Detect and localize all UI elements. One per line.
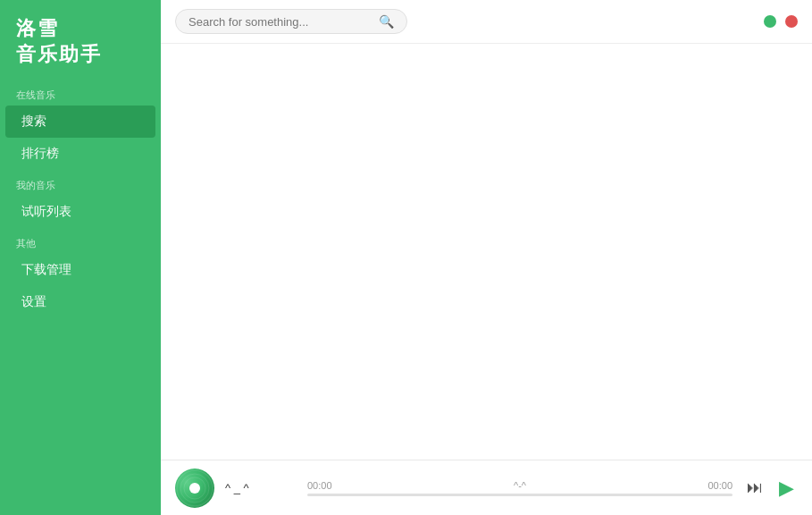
minimize-button[interactable] — [764, 15, 776, 28]
skip-next-button[interactable]: ⏭ — [743, 475, 766, 501]
vinyl-svg — [175, 469, 214, 508]
player-progress-wrapper: 00:00 ^-^ 00:00 — [307, 480, 732, 496]
content-area — [161, 44, 812, 460]
topbar: 🔍 — [161, 0, 812, 44]
svg-point-3 — [190, 484, 199, 493]
sidebar-item-download[interactable]: 下载管理 — [5, 254, 155, 286]
sidebar-item-chart[interactable]: 排行榜 — [5, 138, 155, 170]
sidebar-item-playlist[interactable]: 试听列表 — [5, 196, 155, 228]
progress-bar[interactable] — [307, 494, 732, 496]
sidebar-item-settings[interactable]: 设置 — [5, 286, 155, 318]
search-box[interactable]: 🔍 — [175, 9, 407, 34]
search-input[interactable] — [188, 15, 375, 29]
album-art — [175, 469, 214, 508]
section-label-mymusic: 我的音乐 — [0, 170, 161, 196]
section-label-online: 在线音乐 — [0, 80, 161, 106]
search-icon: 🔍 — [379, 14, 394, 29]
section-label-other: 其他 — [0, 228, 161, 254]
logo-line1: 洛雪 — [16, 17, 59, 39]
logo-line2: 音乐助手 — [16, 43, 102, 65]
player-center-label: ^-^ — [514, 480, 526, 491]
sidebar-item-search[interactable]: 搜索 — [5, 106, 155, 138]
player-bar: ^ _ ^ 00:00 ^-^ 00:00 ⏭ ▶ — [161, 460, 812, 515]
close-button[interactable] — [785, 15, 798, 28]
svg-point-2 — [184, 477, 205, 499]
player-controls: ⏭ ▶ — [743, 473, 798, 503]
player-times: 00:00 ^-^ 00:00 — [307, 480, 732, 491]
player-info: ^ _ ^ — [225, 481, 297, 494]
player-title: ^ _ ^ — [225, 481, 297, 494]
time-total: 00:00 — [707, 480, 732, 491]
svg-point-1 — [180, 474, 209, 502]
play-button[interactable]: ▶ — [775, 473, 798, 503]
sidebar: 洛雪 音乐助手 在线音乐 搜索 排行榜 我的音乐 试听列表 其他 下载管理 设置 — [0, 0, 161, 515]
window-controls — [764, 15, 798, 28]
svg-point-0 — [177, 470, 213, 506]
time-current: 00:00 — [307, 480, 332, 491]
app-logo: 洛雪 音乐助手 — [0, 0, 161, 80]
main-panel: 🔍 ^ _ ^ 00:00 ^-^ 00:00 — [161, 0, 812, 515]
